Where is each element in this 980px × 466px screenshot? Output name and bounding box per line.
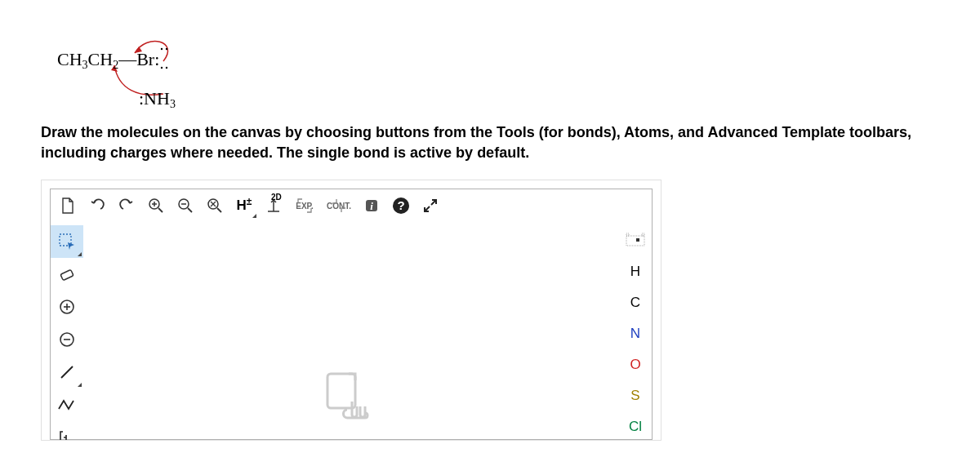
svg-line-33 <box>61 366 73 378</box>
bracket-button[interactable] <box>51 421 83 441</box>
atom-s-button[interactable]: S <box>619 380 652 411</box>
editor-container: H± 2D EXP. CONT. i <box>41 180 662 441</box>
expand-button[interactable]: EXP. <box>289 192 320 220</box>
h-label: H <box>237 197 247 214</box>
periodic-table-button[interactable] <box>619 225 652 256</box>
svg-line-11 <box>188 208 192 212</box>
chain-bond-button[interactable] <box>51 388 83 421</box>
single-bond-button[interactable] <box>51 356 83 388</box>
reactant-formula: CH3CH2—Br: <box>57 49 159 70</box>
undo-button[interactable] <box>83 192 111 220</box>
svg-point-5 <box>166 67 167 69</box>
reaction-scheme: CH3CH2—Br: :NH3 <box>57 24 220 106</box>
erase-button[interactable] <box>51 258 83 291</box>
zoom-in-button[interactable] <box>142 192 170 220</box>
svg-line-7 <box>158 208 163 212</box>
contract-button[interactable]: CONT. <box>322 192 356 220</box>
2d-clean-button[interactable]: 2D <box>260 192 287 220</box>
new-document-button[interactable] <box>54 192 82 220</box>
svg-point-2 <box>161 48 163 50</box>
atom-cl-button[interactable]: Cl <box>619 411 652 441</box>
placeholder-icon <box>323 369 380 426</box>
atom-c-button[interactable]: C <box>619 287 652 318</box>
left-toolbar <box>51 225 83 441</box>
svg-text:i: i <box>370 200 373 212</box>
right-toolbar: H C N O S Cl <box>619 225 652 441</box>
atom-h-button[interactable]: H <box>619 256 652 287</box>
svg-rect-38 <box>642 233 644 236</box>
drawing-canvas[interactable] <box>85 225 617 439</box>
twod-label: 2D <box>271 193 282 202</box>
svg-line-14 <box>217 208 221 212</box>
top-toolbar: H± 2D EXP. CONT. i <box>51 189 652 222</box>
h-sup: ± <box>247 196 252 207</box>
zoom-out-button[interactable] <box>172 192 199 220</box>
help-button[interactable]: ? <box>387 192 415 220</box>
svg-text:?: ? <box>397 198 404 212</box>
atom-n-button[interactable]: N <box>619 318 652 349</box>
redo-button[interactable] <box>113 192 140 220</box>
atom-o-button[interactable]: O <box>619 349 652 380</box>
svg-rect-37 <box>626 233 629 236</box>
svg-point-3 <box>166 48 167 50</box>
svg-rect-27 <box>60 270 74 281</box>
instructions-text: Draw the molecules on the canvas by choo… <box>41 122 939 163</box>
info-button[interactable]: i <box>358 192 385 220</box>
svg-rect-39 <box>626 236 644 246</box>
fullscreen-button[interactable] <box>416 192 444 220</box>
nucleophile-formula: :NH3 <box>139 88 176 109</box>
marquee-select-button[interactable] <box>51 225 83 258</box>
svg-rect-40 <box>636 238 639 242</box>
svg-point-4 <box>161 67 163 69</box>
zoom-reset-button[interactable] <box>201 192 229 220</box>
hydrogen-toggle-button[interactable]: H± <box>230 192 258 220</box>
increase-charge-button[interactable] <box>51 291 83 323</box>
decrease-charge-button[interactable] <box>51 323 83 356</box>
